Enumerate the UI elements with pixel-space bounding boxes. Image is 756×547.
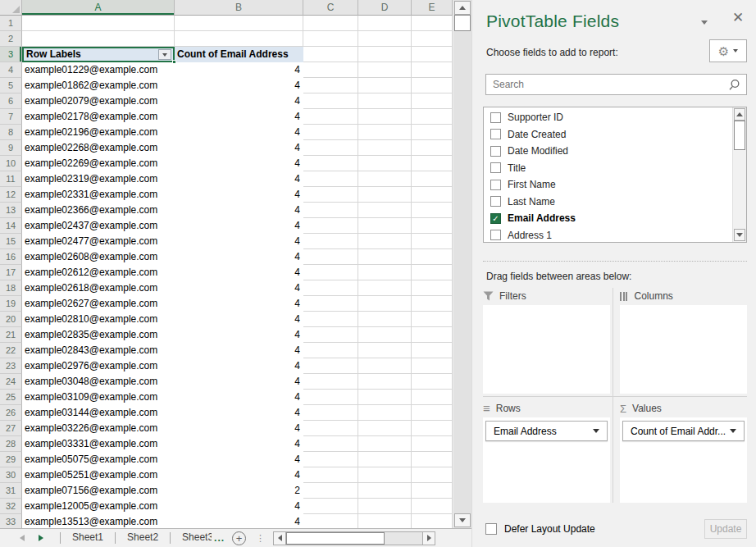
cell-C29[interactable] — [303, 452, 358, 467]
cell-B27-count[interactable]: 4 — [175, 421, 303, 436]
row-header-14[interactable]: 14 — [0, 218, 22, 234]
cell-B6-count[interactable]: 4 — [175, 93, 303, 109]
row-header-6[interactable]: 6 — [0, 93, 22, 109]
cell-D22[interactable] — [358, 343, 412, 358]
cell-B16-count[interactable]: 4 — [175, 249, 303, 265]
cell-A16-email[interactable]: example02608@example.com — [22, 249, 175, 265]
field-scroll-thumb[interactable] — [734, 121, 745, 150]
pill-dropdown-icon[interactable] — [730, 429, 736, 433]
cell-B32-count[interactable]: 4 — [175, 499, 303, 514]
cell-A23-email[interactable]: example02976@example.com — [22, 358, 175, 374]
cell-A21-email[interactable]: example02835@example.com — [22, 327, 175, 343]
cell-E30[interactable] — [412, 467, 453, 483]
cell-C25[interactable] — [303, 390, 358, 405]
row-header-23[interactable]: 23 — [0, 358, 22, 374]
column-header-B[interactable]: B — [175, 0, 303, 16]
cell-D9[interactable] — [358, 140, 412, 156]
row-header-5[interactable]: 5 — [0, 78, 22, 93]
cell-E13[interactable] — [412, 203, 453, 218]
cell-D7[interactable] — [358, 109, 412, 125]
new-sheet-button[interactable]: + — [232, 531, 246, 545]
cell-C7[interactable] — [303, 109, 358, 125]
row-header-9[interactable]: 9 — [0, 140, 22, 156]
row-header-2[interactable]: 2 — [0, 31, 22, 47]
cell-A31-email[interactable]: example07156@example.com — [22, 483, 175, 499]
row-header-20[interactable]: 20 — [0, 312, 22, 327]
field-scroll-down-button[interactable] — [734, 229, 745, 241]
cell-D17[interactable] — [358, 265, 412, 280]
cell-E15[interactable] — [412, 234, 453, 249]
cell-C3[interactable] — [303, 47, 358, 62]
cell-A28-email[interactable]: example03331@example.com — [22, 436, 175, 452]
sheet-nav-next-icon[interactable] — [39, 535, 43, 541]
cell-D25[interactable] — [358, 390, 412, 405]
cell-B3-values-header[interactable]: Count of Email Address — [175, 47, 303, 62]
cell-D33[interactable] — [358, 514, 412, 528]
cell-E6[interactable] — [412, 93, 453, 109]
cell-B5-count[interactable]: 4 — [175, 78, 303, 93]
row-header-12[interactable]: 12 — [0, 187, 22, 203]
cell-C10[interactable] — [303, 156, 358, 171]
cell-D2[interactable] — [358, 31, 412, 47]
cell-B18-count[interactable]: 4 — [175, 280, 303, 296]
cell-B26-count[interactable]: 4 — [175, 405, 303, 421]
cell-A12-email[interactable]: example02331@example.com — [22, 187, 175, 203]
row-header-21[interactable]: 21 — [0, 327, 22, 343]
cell-A3-row-labels[interactable]: Row Labels — [22, 47, 175, 62]
rows-dropzone[interactable]: Email Address — [483, 417, 610, 503]
field-list-scrollbar[interactable] — [732, 107, 746, 242]
cell-E26[interactable] — [412, 405, 453, 421]
row-header-24[interactable]: 24 — [0, 374, 22, 390]
cell-D32[interactable] — [358, 499, 412, 514]
row-header-11[interactable]: 11 — [0, 171, 22, 187]
cell-D16[interactable] — [358, 249, 412, 265]
cell-A25-email[interactable]: example03109@example.com — [22, 390, 175, 405]
row-header-26[interactable]: 26 — [0, 405, 22, 421]
cell-A32-email[interactable]: example12005@example.com — [22, 499, 175, 514]
field-item-title[interactable]: Title — [484, 160, 731, 177]
cell-B7-count[interactable]: 4 — [175, 109, 303, 125]
cell-A2[interactable] — [22, 31, 175, 47]
cell-E31[interactable] — [412, 483, 453, 499]
cell-D27[interactable] — [358, 421, 412, 436]
cell-A18-email[interactable]: example02618@example.com — [22, 280, 175, 296]
cell-C6[interactable] — [303, 93, 358, 109]
cell-C22[interactable] — [303, 343, 358, 358]
cell-D18[interactable] — [358, 280, 412, 296]
field-checkbox[interactable]: ✓ — [490, 213, 501, 224]
tabbar-splitter[interactable]: ⋮ — [256, 533, 265, 544]
row-header-30[interactable]: 30 — [0, 467, 22, 483]
cell-D13[interactable] — [358, 203, 412, 218]
grid-horizontal-scrollbar[interactable] — [273, 531, 435, 545]
sheet-tab-sheet2[interactable]: Sheet2 — [116, 529, 170, 547]
cell-A10-email[interactable]: example02269@example.com — [22, 156, 175, 171]
cell-A22-email[interactable]: example02843@example.com — [22, 343, 175, 358]
field-item-supporter-id[interactable]: Supporter ID — [484, 109, 731, 126]
cell-B4-count[interactable]: 4 — [175, 62, 303, 78]
row-header-29[interactable]: 29 — [0, 452, 22, 467]
sheet-tab-sheet1[interactable]: Sheet1 — [61, 529, 115, 547]
cell-C5[interactable] — [303, 78, 358, 93]
cell-C1[interactable] — [303, 16, 358, 31]
cell-C11[interactable] — [303, 171, 358, 187]
cell-E29[interactable] — [412, 452, 453, 467]
column-header-A[interactable]: A — [22, 0, 175, 16]
cell-E11[interactable] — [412, 171, 453, 187]
row-header-32[interactable]: 32 — [0, 499, 22, 514]
cell-B19-count[interactable]: 4 — [175, 296, 303, 312]
row-header-19[interactable]: 19 — [0, 296, 22, 312]
row-header-25[interactable]: 25 — [0, 390, 22, 405]
cell-E3[interactable] — [412, 47, 453, 62]
cell-C18[interactable] — [303, 280, 358, 296]
horizontal-scroll-thumb[interactable] — [286, 532, 385, 545]
field-item-first-name[interactable]: First Name — [484, 176, 731, 194]
cell-D11[interactable] — [358, 171, 412, 187]
row-header-31[interactable]: 31 — [0, 483, 22, 499]
cell-A17-email[interactable]: example02612@example.com — [22, 265, 175, 280]
cell-D30[interactable] — [358, 467, 412, 483]
scroll-up-button[interactable] — [454, 1, 471, 15]
field-item-date-created[interactable]: Date Created — [484, 126, 731, 144]
cell-A1[interactable] — [22, 16, 175, 31]
row-header-28[interactable]: 28 — [0, 436, 22, 452]
cell-D20[interactable] — [358, 312, 412, 327]
